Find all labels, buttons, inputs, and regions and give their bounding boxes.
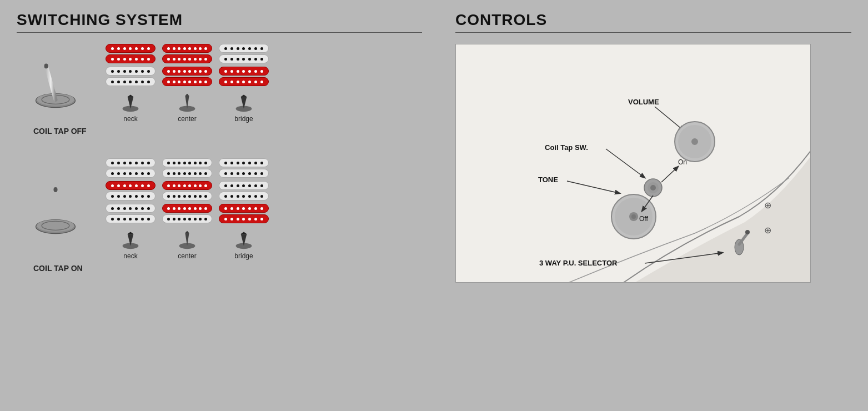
center-switch-icon-on [177, 230, 197, 250]
controls-svg: VOLUME Coil Tap SW. TONE [456, 44, 811, 283]
svg-text:TONE: TONE [538, 176, 558, 184]
center-pickup-on-3 [162, 204, 212, 223]
center-top-1 [162, 44, 212, 53]
switching-system-panel: SWITCHING SYSTEM [0, 0, 439, 411]
center-label-off: center [178, 115, 196, 123]
neck-bot-on-3 [106, 214, 155, 223]
neck-top-on-1 [106, 158, 155, 167]
pickup-row-2 [106, 67, 269, 86]
switch-icons-on: neck center [106, 230, 269, 260]
switching-title: SWITCHING SYSTEM [17, 11, 422, 29]
center-top-2 [162, 67, 212, 76]
pickup-on-row-1 [106, 158, 269, 178]
center-label-on: center [178, 252, 196, 260]
coil-on-pickups: neck center [106, 158, 269, 260]
center-bot-1 [162, 54, 212, 63]
svg-point-4 [44, 63, 48, 68]
coil-on-switch [17, 182, 94, 237]
bridge-label-on: bridge [234, 252, 253, 260]
center-bot-on-3 [162, 214, 212, 223]
neck-top-on-2 [106, 181, 155, 190]
svg-point-40 [631, 214, 636, 219]
svg-text:Off: Off [639, 215, 648, 223]
svg-text:3 WAY P.U. SELECTOR: 3 WAY P.U. SELECTOR [539, 259, 618, 267]
coil-off-label: COIL TAP OFF [33, 127, 87, 136]
neck-top-on-3 [106, 204, 155, 213]
controls-divider [455, 32, 851, 33]
neck-switch-icon-on [121, 230, 141, 250]
center-bot-2 [162, 77, 212, 86]
svg-marker-21 [128, 232, 134, 234]
center-bot-on-2 [162, 192, 212, 201]
svg-text:Coil Tap SW.: Coil Tap SW. [545, 143, 588, 152]
neck-pickup-2 [106, 67, 155, 86]
pickup-on-row-3 [106, 204, 269, 223]
svg-marker-7 [128, 95, 134, 97]
switch-icons-off: neck center [106, 93, 269, 123]
neck-pickup-on-1 [106, 158, 155, 178]
neck-bot-2 [106, 77, 155, 86]
toggle-off-svg [33, 53, 78, 114]
bridge-pickup-2 [219, 67, 269, 86]
svg-text:⊕: ⊕ [764, 201, 771, 210]
coil-on-label: COIL TAP ON [33, 264, 83, 273]
bridge-switch-col-off: bridge [219, 93, 269, 123]
bridge-bot-on-1 [219, 169, 269, 178]
coil-tap-on-section: neck center [17, 158, 422, 273]
bridge-pickup-on-1 [219, 158, 269, 178]
neck-top-2 [106, 67, 155, 76]
coil-off-switch [17, 56, 94, 111]
bridge-label-off: bridge [234, 115, 253, 123]
toggle-off-container [33, 56, 78, 111]
volume-label: VOLUME [628, 98, 659, 106]
bridge-switch-icon-off [234, 93, 254, 113]
center-switch-col-off: center [162, 93, 212, 123]
neck-pickup-1 [106, 44, 155, 63]
coil-off-pickups: neck center [106, 44, 269, 123]
center-pickup-1 [162, 44, 212, 63]
bridge-pickup-1 [219, 44, 269, 63]
coil-on-row: neck center [17, 158, 422, 260]
center-switch-col-on: center [162, 230, 212, 260]
svg-marker-10 [185, 94, 189, 96]
controls-diagram: VOLUME Coil Tap SW. TONE [455, 44, 811, 283]
toggle-on-svg [33, 179, 78, 240]
center-top-on-3 [162, 204, 212, 213]
svg-point-32 [691, 138, 698, 145]
switching-content: neck center [17, 44, 422, 273]
center-pickup-on-2 [162, 181, 212, 201]
center-top-on-2 [162, 181, 212, 190]
center-pickup-2 [162, 67, 212, 86]
center-switch-icon-off [177, 93, 197, 113]
bridge-bot-on-3 [219, 214, 269, 223]
svg-marker-13 [241, 95, 247, 97]
bridge-top-on-1 [219, 158, 269, 167]
neck-switch-col-off: neck [106, 93, 155, 123]
toggle-on-container [33, 182, 78, 237]
neck-pickup-on-3 [106, 204, 155, 223]
svg-text:On: On [678, 158, 687, 166]
bridge-switch-col-on: bridge [219, 230, 269, 260]
neck-switch-icon-off [121, 93, 141, 113]
center-bot-on-1 [162, 169, 212, 178]
neck-switch-col-on: neck [106, 230, 155, 260]
svg-marker-24 [185, 231, 189, 233]
controls-panel: CONTROLS VOLUME [439, 0, 868, 411]
svg-point-52 [745, 230, 750, 234]
bridge-bot-1 [219, 54, 269, 63]
svg-point-18 [53, 187, 57, 192]
svg-text:⊕: ⊕ [764, 225, 771, 235]
bridge-bot-2 [219, 77, 269, 86]
bridge-pickup-on-3 [219, 204, 269, 223]
center-pickup-on-1 [162, 158, 212, 178]
bridge-top-on-3 [219, 204, 269, 213]
svg-point-43 [650, 185, 656, 191]
neck-bot-on-2 [106, 192, 155, 201]
center-top-on-1 [162, 158, 212, 167]
bridge-top-1 [219, 44, 269, 53]
neck-label-on: neck [123, 252, 137, 260]
bridge-pickup-on-2 [219, 181, 269, 201]
coil-off-row: neck center [17, 44, 422, 123]
neck-bot-1 [106, 54, 155, 63]
controls-title: CONTROLS [455, 11, 851, 29]
